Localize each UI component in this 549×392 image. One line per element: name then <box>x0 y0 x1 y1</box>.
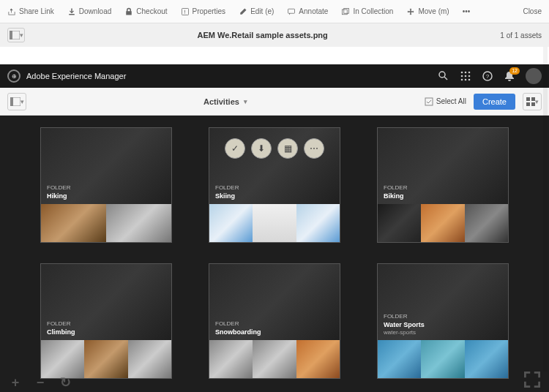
svg-point-12 <box>468 75 471 78</box>
panel-icon <box>10 97 20 106</box>
move-icon <box>406 7 415 16</box>
check-icon: ✓ <box>231 143 239 154</box>
svg-rect-20 <box>425 98 433 105</box>
folder-name: Biking <box>384 192 407 200</box>
svg-point-10 <box>461 75 463 78</box>
lock-icon <box>124 7 133 16</box>
download-icon: ⬇ <box>258 143 265 154</box>
download-action-button[interactable]: ⬇ <box>251 138 272 159</box>
in-collection-button[interactable]: In Collection <box>341 7 393 16</box>
title-bar: ▾ AEM We.Retail sample assets.png 1 of 1… <box>0 23 549 47</box>
share-icon <box>7 7 16 16</box>
folder-type-label: FOLDER <box>215 184 239 191</box>
svg-point-14 <box>465 79 467 81</box>
folder-subtitle: water-sports <box>384 329 425 336</box>
properties-icon: ▦ <box>284 143 292 154</box>
select-all-button[interactable]: Select All <box>425 97 466 106</box>
folder-name: Hiking <box>47 192 70 200</box>
svg-point-7 <box>461 72 463 74</box>
product-name: Adobe Experience Manager <box>26 72 438 80</box>
share-link-button[interactable]: Share Link <box>7 7 54 16</box>
download-button[interactable]: Download <box>67 7 111 16</box>
reset-icon: ↻ <box>60 374 71 391</box>
svg-point-9 <box>468 72 471 74</box>
folder-type-label: FOLDER <box>384 313 425 320</box>
pencil-icon <box>239 7 247 16</box>
svg-point-6 <box>439 72 445 78</box>
svg-rect-3 <box>344 8 349 13</box>
chevron-down-icon: ▾ <box>20 31 23 39</box>
svg-rect-23 <box>526 102 530 106</box>
panel-icon <box>10 31 20 39</box>
folder-name: Water Sports <box>384 321 425 328</box>
svg-point-15 <box>468 79 471 81</box>
select-action-button[interactable]: ✓ <box>225 138 245 159</box>
zoom-in-button[interactable]: + <box>7 374 23 391</box>
fullscreen-icon <box>524 372 540 388</box>
properties-icon <box>181 7 190 16</box>
plus-icon: + <box>12 375 20 391</box>
create-button[interactable]: Create <box>474 94 515 110</box>
annotate-icon <box>287 7 296 16</box>
svg-rect-19 <box>10 97 13 106</box>
user-avatar[interactable] <box>526 68 542 84</box>
folder-name: Snowboarding <box>215 328 261 336</box>
svg-rect-2 <box>343 10 348 15</box>
move-button[interactable]: Move (m) <box>406 7 449 16</box>
chevron-down-icon: ▾ <box>244 98 247 105</box>
folder-type-label: FOLDER <box>47 320 75 327</box>
breadcrumb[interactable]: Activities ▾ <box>26 97 425 106</box>
folder-name: Climbing <box>47 328 75 336</box>
folder-card[interactable]: FOLDER Snowboarding <box>209 263 340 379</box>
folder-type-label: FOLDER <box>47 184 70 191</box>
ellipsis-icon: ⋯ <box>310 143 318 154</box>
aem-header: ⊕ Adobe Experience Manager ? 12 <box>0 64 549 88</box>
minus-icon: − <box>37 375 45 391</box>
view-toggle-button[interactable]: ▾ <box>7 28 25 42</box>
chevron-down-icon: ▾ <box>535 98 539 105</box>
apps-icon[interactable] <box>460 70 471 82</box>
asset-count: 1 of 1 assets <box>500 31 542 39</box>
notifications-icon[interactable]: 12 <box>504 70 515 82</box>
view-switcher-button[interactable]: ▾ <box>523 93 542 110</box>
search-icon[interactable] <box>438 70 449 82</box>
folder-type-label: FOLDER <box>384 184 407 191</box>
annotate-button[interactable]: Annotate <box>287 7 328 16</box>
checkbox-icon <box>425 97 433 106</box>
aem-logo[interactable]: ⊕ <box>7 69 20 83</box>
grid-icon <box>526 97 535 106</box>
svg-text:?: ? <box>486 73 490 80</box>
help-icon[interactable]: ? <box>482 70 493 82</box>
notification-badge: 12 <box>509 67 520 75</box>
close-button[interactable]: Close <box>523 7 542 15</box>
properties-button[interactable]: Properties <box>181 7 226 16</box>
folder-name: Skiing <box>215 192 239 200</box>
fullscreen-button[interactable] <box>524 372 540 388</box>
folder-card[interactable]: ✓ ⬇ ▦ ⋯ FOLDER Skiing <box>209 127 340 243</box>
edit-button[interactable]: Edit (e) <box>239 7 274 16</box>
asset-viewer-toolbar: Share Link Download Checkout Properties … <box>0 0 549 23</box>
rail-toggle-button[interactable]: ▾ <box>7 93 26 110</box>
scrollbar[interactable] <box>543 47 548 372</box>
zoom-reset-button[interactable]: ↻ <box>57 374 73 391</box>
asset-title: AEM We.Retail sample assets.png <box>25 31 500 39</box>
svg-point-13 <box>461 79 463 81</box>
folder-card[interactable]: FOLDER Climbing <box>40 263 172 379</box>
svg-rect-21 <box>526 97 530 101</box>
properties-action-button[interactable]: ▦ <box>277 138 298 159</box>
folder-card[interactable]: FOLDER Biking <box>377 127 509 243</box>
svg-point-11 <box>465 75 467 78</box>
folder-card[interactable]: FOLDER Hiking <box>40 127 172 243</box>
zoom-out-button[interactable]: − <box>32 374 48 391</box>
more-action-button[interactable]: ⋯ <box>304 138 324 159</box>
zoom-controls: + − ↻ <box>7 374 73 391</box>
folder-card[interactable]: FOLDER Water Sports water-sports <box>377 263 509 379</box>
svg-point-8 <box>465 72 467 74</box>
collection-icon <box>341 7 350 16</box>
chevron-down-icon: ▾ <box>20 98 24 105</box>
folder-type-label: FOLDER <box>215 320 261 327</box>
checkout-button[interactable]: Checkout <box>124 7 167 16</box>
more-actions-button[interactable]: ••• <box>463 7 471 15</box>
ellipsis-icon: ••• <box>463 7 471 15</box>
svg-rect-1 <box>288 9 295 13</box>
